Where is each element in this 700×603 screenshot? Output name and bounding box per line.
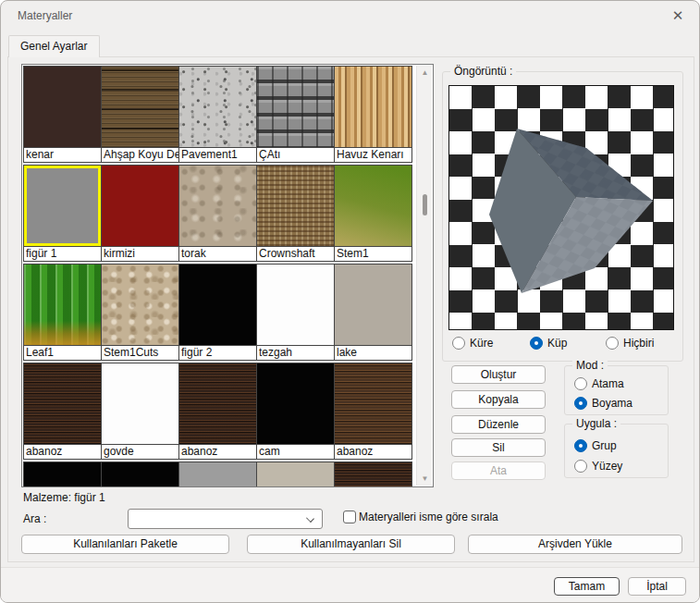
material-label: abanoz [24,444,101,459]
search-combobox[interactable] [128,509,323,529]
radio-hicbiri[interactable]: Hiçbiri [606,337,654,350]
material-thumbnail[interactable] [24,462,101,487]
radio-kup[interactable]: Küp [530,337,567,350]
radio-boyama[interactable]: Boyama [574,396,632,411]
search-label: Ara : [23,512,46,525]
material-thumbnail[interactable] [335,462,411,487]
cancel-button[interactable]: İptal [628,577,686,596]
material-tile[interactable]: figür 2 [178,264,257,361]
radio-atama-circle[interactable] [574,377,587,390]
tab-genel-ayarlar[interactable]: Genel Ayarlar [8,35,100,57]
material-tile[interactable]: abanoz [334,363,412,460]
material-tile[interactable] [23,461,102,487]
material-thumbnail[interactable] [179,265,256,345]
material-thumbnail[interactable] [257,363,334,444]
material-tile[interactable] [256,461,335,487]
ok-button[interactable]: Tamam [554,577,620,596]
cube-3d-render [449,86,674,330]
material-thumbnail[interactable] [179,363,256,444]
radio-grup-circle[interactable] [574,439,587,452]
chevron-down-icon[interactable] [306,514,314,523]
material-tile[interactable]: Pavement1 [178,66,257,163]
material-thumbnail[interactable] [102,462,178,487]
material-tile[interactable] [334,461,412,487]
edit-button[interactable]: Düzenle [451,415,546,434]
radio-boyama-circle[interactable] [574,397,587,410]
pack-used-button[interactable]: Kullanılanları Paketle [21,535,229,554]
radio-kure-circle[interactable] [452,337,465,350]
radio-yuzey-circle[interactable] [574,460,587,473]
radio-grup-label: Grup [592,439,617,452]
material-thumbnail[interactable] [102,363,178,444]
material-thumbnail[interactable] [179,462,256,487]
radio-yuzey[interactable]: Yüzey [574,459,622,474]
material-tile[interactable]: lake [334,264,412,361]
sort-by-name-checkbox[interactable]: Materyalleri isme göre sırala [343,511,498,523]
title-bar: Materyaller ✕ [1,1,699,31]
material-thumbnail[interactable] [24,166,101,246]
material-label: abanoz [179,444,256,459]
material-tile[interactable]: Leaf1 [23,264,102,361]
material-tile[interactable]: kenar [23,66,102,163]
material-thumbnail[interactable] [257,67,334,147]
close-icon[interactable]: ✕ [668,6,688,25]
material-tile[interactable] [178,461,257,487]
material-tile[interactable]: Crownshaft [256,165,335,262]
radio-atama-label: Atama [592,377,624,390]
material-tile[interactable]: Havuz Kenarı [334,66,412,163]
material-thumbnail[interactable] [24,265,101,345]
material-tile[interactable]: kirmizi [101,165,179,262]
material-tile[interactable]: tezgah [256,264,335,361]
scrollbar-down-icon[interactable]: ▼ [417,472,433,486]
radio-hicbiri-circle[interactable] [606,337,619,350]
material-label: govde [102,444,178,459]
preview-group-label: Öngörüntü : [450,65,516,78]
material-thumbnail[interactable] [179,166,256,246]
scrollbar-up-icon[interactable]: ▲ [417,66,433,80]
material-label: Stem1Cuts [102,345,178,360]
delete-button[interactable]: Sil [451,438,546,457]
material-tile[interactable]: cam [256,363,335,460]
material-thumbnail[interactable] [257,462,334,487]
material-thumbnail[interactable] [257,166,334,246]
material-thumbnail[interactable] [102,67,178,147]
material-tile[interactable] [101,461,179,487]
material-label: Stem1 [335,246,411,261]
copy-button[interactable]: Kopyala [451,390,546,409]
material-label: Crownshaft [257,246,334,261]
material-thumbnail[interactable] [257,265,334,345]
material-label: figür 2 [179,345,256,360]
material-tile[interactable]: abanoz [178,363,257,460]
radio-kure[interactable]: Küre [452,337,493,350]
material-thumbnail[interactable] [335,166,411,246]
material-tile[interactable]: Stem1Cuts [101,264,179,361]
create-button[interactable]: Oluştur [451,365,546,384]
material-tile[interactable]: abanoz [23,363,102,460]
material-label: Pavement1 [179,147,256,162]
material-thumbnail[interactable] [24,363,101,444]
material-thumbnail[interactable] [335,363,411,444]
checkbox-box[interactable] [343,511,356,523]
radio-grup[interactable]: Grup [574,438,617,453]
material-tile[interactable]: ÇAtı [256,66,335,163]
material-thumbnail[interactable] [24,67,101,147]
material-thumbnail[interactable] [179,67,256,147]
material-tile[interactable]: Stem1 [334,165,412,262]
material-thumbnail[interactable] [335,67,411,147]
material-listbox: kenarAhşap Koyu DerPavement1ÇAtıHavuz Ke… [21,64,434,487]
scrollbar[interactable]: ▲ ▼ [416,66,432,486]
material-tile[interactable]: govde [101,363,179,460]
load-archive-button[interactable]: Arşivden Yükle [468,535,682,554]
radio-kup-circle[interactable] [530,337,543,350]
radio-atama[interactable]: Atama [574,376,624,391]
assign-button: Ata [451,461,546,480]
material-tile[interactable]: figür 1 [23,165,102,262]
material-thumbnail[interactable] [102,166,178,246]
material-tile[interactable]: Ahşap Koyu Der [101,66,179,163]
scrollbar-thumb[interactable] [423,194,427,215]
material-thumbnail[interactable] [102,265,178,345]
delete-unused-button[interactable]: Kullanılmayanları Sil [247,535,455,554]
material-label: ÇAtı [257,147,334,162]
material-thumbnail[interactable] [335,265,411,345]
material-tile[interactable]: torak [178,165,257,262]
